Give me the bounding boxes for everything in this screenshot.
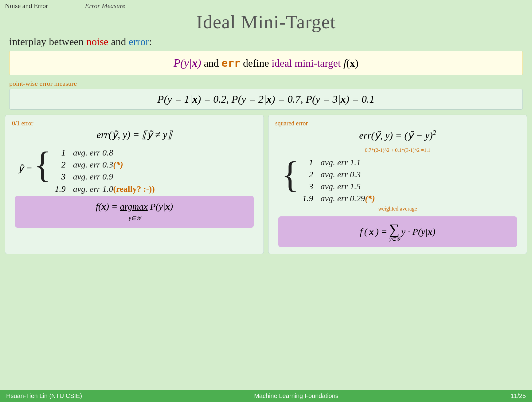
- argmax-label: argmax: [120, 201, 148, 211]
- left-brace-section: ỹ = { 1 avg. err 0.8 2 avg. err 0.3(*) 3…: [18, 147, 257, 190]
- right-panel-label: squared error: [275, 120, 520, 127]
- sum-symbol: ∑: [389, 222, 400, 237]
- right-brace-row-4: 1.9 avg. err 0.29(*): [302, 192, 375, 204]
- noise-word: noise: [86, 36, 108, 47]
- brace-row-1: 1 avg. err 0.8: [55, 147, 155, 159]
- err-label: err: [221, 57, 240, 69]
- right-brace-val-1: 1: [302, 156, 313, 168]
- highlight-fx: f(x): [343, 57, 358, 69]
- brace-val-4: 1.9: [55, 183, 66, 195]
- result-sum: f(x) = ∑ y∈𝒴 y · P(y|x): [286, 222, 510, 242]
- brace-desc-3: avg. err 0.9: [73, 171, 113, 183]
- right-brace-row-2: 2 avg. err 0.3: [302, 168, 375, 180]
- error-word: error: [129, 36, 149, 47]
- right-brace-row-3: 3 avg. err 1.5: [302, 180, 375, 192]
- brace-row-2: 2 avg. err 0.3(*): [55, 159, 155, 171]
- right-brace-section: { 1 avg. err 1.1 2 avg. err 0.3 3 avg. e…: [281, 156, 520, 199]
- pointwise-label: point-wise error measure: [9, 80, 523, 88]
- right-err-formula: err(ỹ, y) = (ỹ − y)2: [275, 129, 520, 141]
- py-formula: P(y|x): [174, 57, 201, 69]
- footer-right: 11/25: [510, 392, 526, 400]
- interplay-line: interplay between noise and error:: [9, 36, 523, 48]
- top-bar-title: Noise and Error: [5, 2, 48, 10]
- left-panel: 0/1 error err(ỹ, y) = ⟦ỹ ≠ y⟧ ỹ = { 1 av…: [5, 115, 264, 254]
- right-result-box: f(x) = ∑ y∈𝒴 y · P(y|x): [278, 216, 517, 247]
- right-brace-val-2: 2: [302, 168, 313, 180]
- highlight-define: define: [243, 57, 272, 69]
- big-brace: {: [34, 147, 52, 183]
- main-title: Ideal Mini-Target: [0, 11, 532, 33]
- right-brace-val-3: 3: [302, 180, 313, 192]
- brace-desc-2: avg. err 0.3(*): [73, 159, 123, 171]
- interplay-suffix: :: [149, 36, 152, 47]
- brace-desc-1: avg. err 0.8: [73, 147, 113, 159]
- right-brace-desc-1: avg. err 1.1: [321, 156, 361, 168]
- top-bar: Noise and Error Error Measure: [0, 0, 532, 10]
- right-brace-desc-3: avg. err 1.5: [321, 180, 361, 192]
- brace-rows: 1 avg. err 0.8 2 avg. err 0.3(*) 3 avg. …: [55, 147, 155, 190]
- right-panel: squared error err(ỹ, y) = (ỹ − y)2 0.7*(…: [268, 115, 527, 254]
- right-brace-val-4: 1.9: [302, 192, 313, 204]
- brace-val-1: 1: [55, 147, 66, 159]
- result-sub-left: y∈𝒴: [129, 215, 140, 221]
- right-brace-row-1: 1 avg. err 1.1: [302, 156, 375, 168]
- two-column-area: 0/1 error err(ỹ, y) = ⟦ỹ ≠ y⟧ ỹ = { 1 av…: [5, 115, 527, 254]
- brace-row-4: 1.9 avg. err 1.0(really? :-)): [55, 183, 155, 195]
- footer-left: Hsuan-Tien Lin (NTU CSIE): [6, 392, 82, 400]
- top-bar-subtitle: Error Measure: [85, 2, 125, 10]
- right-big-brace: {: [281, 156, 299, 193]
- interplay-middle: and: [108, 36, 129, 47]
- brace-row-3: 3 avg. err 0.9: [55, 171, 155, 183]
- footer-center: Machine Learning Foundations: [254, 392, 338, 400]
- brace-val-2: 2: [55, 159, 66, 171]
- interplay-prefix: interplay between: [9, 36, 86, 47]
- brace-val-3: 3: [55, 171, 66, 183]
- sum-symbol-group: ∑ y∈𝒴: [389, 222, 400, 242]
- highlight-box: P(y|x) and err define ideal mini-target …: [9, 51, 523, 75]
- ideal-label: ideal mini-target: [272, 57, 341, 69]
- brace-desc-4: avg. err 1.0(really? :-)): [73, 183, 155, 195]
- footer: Hsuan-Tien Lin (NTU CSIE) Machine Learni…: [0, 390, 532, 402]
- annotation-note: 0.7*(2-1)^2 + 0.1*(3-1)^2 =1.1: [275, 147, 520, 153]
- right-brace-desc-2: avg. err 0.3: [321, 168, 361, 180]
- sum-expression: y · P(y|x): [401, 227, 436, 237]
- equals-sign: =: [27, 147, 32, 190]
- left-err-formula: err(ỹ, y) = ⟦ỹ ≠ y⟧: [12, 129, 257, 140]
- right-brace-rows: 1 avg. err 1.1 2 avg. err 0.3 3 avg. err…: [302, 156, 375, 199]
- left-panel-label: 0/1 error: [12, 120, 257, 127]
- highlight-and: and: [204, 57, 221, 69]
- sum-subscript: y∈𝒴: [389, 237, 399, 242]
- y-tilde-label: ỹ: [18, 147, 24, 190]
- prob-box: P(y = 1|x) = 0.2, P(y = 2|x) = 0.7, P(y …: [9, 89, 523, 110]
- weighted-average-label: weighted average: [275, 206, 520, 212]
- right-brace-desc-4: avg. err 0.29(*): [321, 192, 375, 204]
- left-result-box: f(x) = argmax P(y|x) y∈𝒴: [15, 196, 254, 228]
